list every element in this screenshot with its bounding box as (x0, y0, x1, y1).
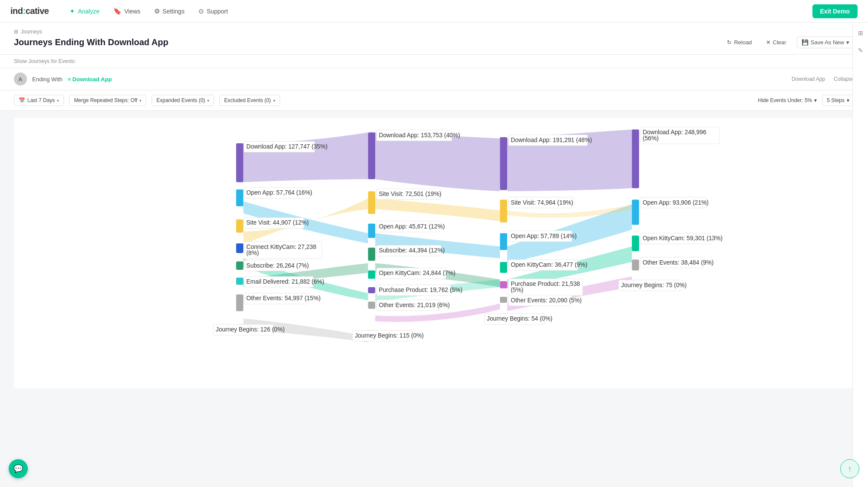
svg-text:Subscribe: 44,394 (12%): Subscribe: 44,394 (12%) (379, 247, 445, 254)
nav-views[interactable]: 🔖 Views (113, 6, 140, 17)
svg-text:Connect KittyCam: 27,238: Connect KittyCam: 27,238 (246, 244, 316, 250)
nav-analyze[interactable]: ✦ Analyze (69, 6, 99, 17)
node-col1-other-events[interactable] (236, 295, 244, 311)
clear-icon: ✕ (766, 39, 771, 46)
svg-text:Subscribe: 26,264 (7%): Subscribe: 26,264 (7%) (246, 262, 309, 269)
sankey-svg: Download App: 127,747 (35%) Open App: 57… (23, 126, 845, 378)
journeys-icon: ⊞ (14, 29, 18, 35)
svg-text:Open App: 45,671 (12%): Open App: 45,671 (12%) (379, 223, 445, 230)
node-col3-purchase-product[interactable] (500, 281, 507, 288)
excluded-events-filter[interactable]: Excluded Events (0) ▾ (219, 95, 280, 106)
svg-text:Open KittyCam: 59,301 (13%): Open KittyCam: 59,301 (13%) (643, 235, 723, 242)
calendar-icon: 📅 (19, 97, 25, 103)
views-icon: 🔖 (113, 7, 122, 15)
hide-events-filter[interactable]: Hide Events Under: 5% ▾ (758, 97, 817, 103)
reload-button[interactable]: ↻ Reload (723, 37, 755, 47)
nav-settings[interactable]: ⚙ Settings (154, 6, 185, 17)
clear-button[interactable]: ✕ Clear (762, 37, 790, 47)
top-navigation: ind:cative ✦ Analyze 🔖 Views ⚙ Settings … (0, 0, 868, 23)
node-col3-open-app[interactable] (500, 233, 507, 250)
svg-text:Purchase Product: 19,762 (5%): Purchase Product: 19,762 (5%) (379, 287, 462, 293)
header-actions: ↻ Reload ✕ Clear 💾 Save As New ▾ (723, 36, 854, 48)
svg-text:Other Events: 54,997 (15%): Other Events: 54,997 (15%) (246, 295, 320, 301)
save-as-new-button[interactable]: 💾 Save As New ▾ (797, 36, 854, 48)
node-col3-download-app[interactable] (500, 137, 507, 190)
show-journeys-bar: Show Journeys for Events: (0, 55, 868, 68)
sidebar-grid-icon[interactable]: ⊞ (855, 27, 867, 39)
steps-arrow-icon: ▾ (847, 97, 849, 103)
expanded-events-filter[interactable]: Expanded Events (0) ▾ (152, 95, 214, 106)
node-col1-download-app[interactable] (236, 143, 244, 182)
node-col1-site-visit[interactable] (236, 219, 244, 232)
page-title: Journeys Ending With Download App (14, 37, 168, 47)
expanded-events-arrow-icon: ▾ (207, 98, 209, 103)
svg-text:Download App: 153,753 (40%): Download App: 153,753 (40%) (379, 132, 460, 139)
svg-text:Other Events: 21,019 (6%): Other Events: 21,019 (6%) (379, 302, 449, 308)
node-col4-open-kittycam[interactable] (632, 235, 639, 251)
svg-text:Download App: 191,291 (48%): Download App: 191,291 (48%) (511, 137, 592, 143)
excluded-events-arrow-icon: ▾ (273, 98, 275, 103)
download-app-event-link[interactable]: Download App (68, 76, 112, 83)
svg-text:Site Visit: 44,907 (12%): Site Visit: 44,907 (12%) (246, 219, 309, 226)
node-col2-other-events[interactable] (368, 301, 376, 309)
event-row: A Ending With Download App Download App … (0, 68, 868, 90)
node-col4-open-app[interactable] (632, 199, 639, 225)
date-range-filter[interactable]: 📅 Last 7 Days ▾ (14, 95, 64, 106)
node-col1-email-delivered[interactable] (236, 278, 244, 285)
svg-text:Email Delivered: 21,882 (6%): Email Delivered: 21,882 (6%) (246, 278, 324, 285)
avatar: A (14, 73, 27, 86)
svg-text:Journey Begins: 75 (0%): Journey Begins: 75 (0%) (621, 282, 686, 288)
filter-bar: 📅 Last 7 Days ▾ Merge Repeated Steps: Of… (0, 90, 868, 111)
breadcrumb: ⊞ Journeys (14, 29, 854, 35)
node-col3-open-kittycam[interactable] (500, 262, 507, 273)
node-col2-subscribe[interactable] (368, 248, 376, 261)
sankey-diagram: Download App: 127,747 (35%) Open App: 57… (14, 118, 854, 388)
node-col1-open-app[interactable] (236, 189, 244, 206)
logo: ind:cative (10, 6, 49, 16)
steps-filter[interactable]: 5 Steps ▾ (822, 95, 854, 106)
node-col2-open-kittycam[interactable] (368, 270, 376, 278)
right-sidebar: ⊞ ✎ (852, 23, 868, 395)
node-col2-site-visit[interactable] (368, 191, 376, 214)
nav-support[interactable]: ⊙ Support (198, 6, 228, 17)
support-icon: ⊙ (198, 7, 204, 15)
sidebar-edit-icon[interactable]: ✎ (855, 44, 867, 56)
svg-text:Journey Begins: 126 (0%): Journey Begins: 126 (0%) (216, 326, 285, 333)
date-range-arrow-icon: ▾ (57, 98, 59, 103)
node-col3-other-events[interactable] (500, 297, 507, 303)
svg-text:Other Events: 38,484 (9%): Other Events: 38,484 (9%) (643, 259, 713, 266)
svg-text:Open App: 57,789 (14%): Open App: 57,789 (14%) (511, 233, 577, 239)
svg-text:Open App: 57,764 (16%): Open App: 57,764 (16%) (246, 189, 312, 196)
save-chevron-icon: ▾ (846, 39, 849, 46)
svg-text:Site Visit: 74,964 (19%): Site Visit: 74,964 (19%) (511, 199, 573, 206)
node-col1-subscribe[interactable] (236, 262, 244, 270)
main-content: Download App: 127,747 (35%) Open App: 57… (0, 111, 868, 395)
svg-text:(56%): (56%) (643, 135, 659, 142)
svg-text:(8%): (8%) (246, 250, 259, 256)
svg-text:Open App: 93,906 (21%): Open App: 93,906 (21%) (643, 199, 709, 206)
page-header: ⊞ Journeys Journeys Ending With Download… (0, 23, 868, 55)
collapse-button[interactable]: Collapse (834, 76, 854, 82)
node-col1-connect-kittycam[interactable] (236, 243, 244, 253)
node-col2-download-app[interactable] (368, 133, 376, 179)
merge-steps-filter[interactable]: Merge Repeated Steps: Off ▾ (69, 95, 146, 106)
svg-text:Site Visit: 72,501 (19%): Site Visit: 72,501 (19%) (379, 191, 441, 197)
merge-steps-arrow-icon: ▾ (139, 98, 142, 103)
node-col2-purchase-product[interactable] (368, 287, 376, 293)
page-title-row: Journeys Ending With Download App ↻ Relo… (14, 36, 854, 54)
node-col2-open-app[interactable] (368, 224, 376, 238)
svg-text:Download App: 248,996: Download App: 248,996 (643, 129, 706, 136)
node-col4-other-events[interactable] (632, 260, 639, 271)
node-col4-download-app[interactable] (632, 129, 639, 188)
svg-text:Other Events: 20,090 (5%): Other Events: 20,090 (5%) (511, 297, 581, 304)
svg-text:Purchase Product: 21,538: Purchase Product: 21,538 (511, 281, 580, 287)
exit-demo-button[interactable]: Exit Demo (812, 4, 858, 18)
svg-text:(5%): (5%) (511, 287, 523, 293)
event-right-label: Download App (792, 76, 825, 82)
node-col3-site-visit[interactable] (500, 199, 507, 222)
svg-text:Journey Begins: 54 (0%): Journey Begins: 54 (0%) (487, 315, 552, 322)
hide-events-arrow-icon: ▾ (814, 97, 817, 103)
analyze-icon: ✦ (69, 7, 75, 15)
save-icon: 💾 (802, 39, 809, 46)
settings-icon: ⚙ (154, 7, 160, 15)
